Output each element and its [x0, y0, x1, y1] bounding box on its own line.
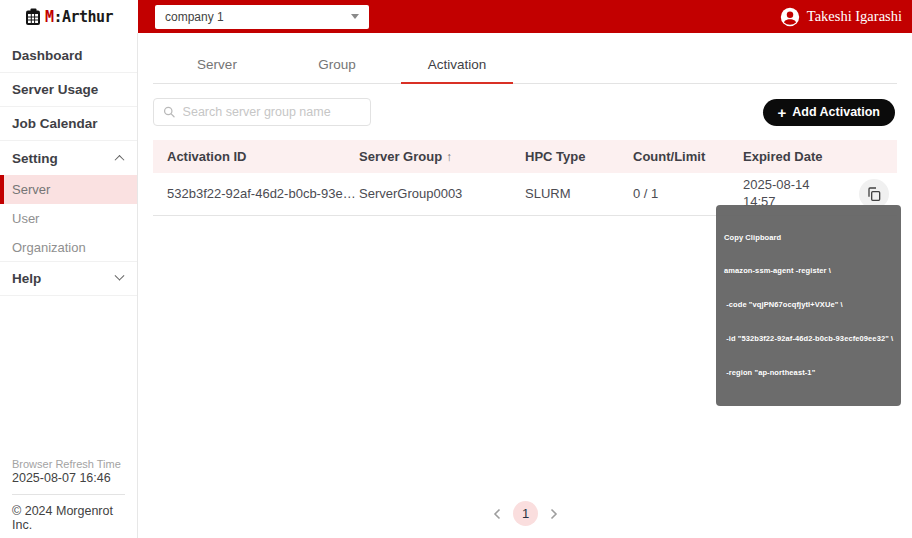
brand-rest: :Arthur	[53, 8, 113, 26]
account-icon	[780, 7, 800, 27]
copyright: © 2024 Morgenrot Inc.	[12, 504, 125, 532]
sort-asc-icon: ↑	[446, 150, 452, 164]
col-expired-date[interactable]: Expired Date	[743, 149, 850, 164]
page-1-button[interactable]: 1	[513, 501, 538, 526]
sidebar-item-label: Job Calendar	[12, 116, 98, 131]
next-page-button[interactable]	[547, 506, 561, 522]
sidebar: Dashboard Server Usage Job Calendar Sett…	[0, 33, 138, 538]
refresh-time-value: 2025-08-07 16:46	[12, 471, 125, 485]
sidebar-item-label: Server Usage	[12, 82, 98, 97]
sidebar-item-label: User	[12, 211, 39, 226]
sidebar-item-label: Dashboard	[12, 48, 83, 63]
table-header-row: Activation ID Server Group↑ HPC Type Cou…	[153, 140, 897, 173]
sidebar-item-label: Organization	[12, 240, 86, 255]
search-icon	[163, 105, 176, 119]
sidebar-item-setting[interactable]: Setting	[0, 141, 137, 175]
col-activation-id[interactable]: Activation ID	[153, 149, 359, 164]
pagination: 1	[139, 501, 912, 526]
app-window: M:Arthur company 1 Takeshi Igarashi Dash…	[0, 0, 912, 538]
cell-count-limit: 0 / 1	[633, 186, 743, 201]
col-server-group[interactable]: Server Group↑	[359, 149, 525, 164]
brand-text: M:Arthur	[45, 8, 113, 26]
sidebar-item-user[interactable]: User	[0, 204, 137, 233]
user-name: Takeshi Igarashi	[807, 8, 902, 25]
expired-date-date: 2025-08-14	[743, 177, 850, 194]
add-activation-label: Add Activation	[792, 105, 880, 119]
col-count-limit[interactable]: Count/Limit	[633, 149, 743, 164]
sidebar-item-server-usage[interactable]: Server Usage	[0, 73, 137, 107]
chevron-left-icon	[492, 508, 502, 520]
sidebar-item-label: Help	[12, 271, 41, 286]
cell-activation-id: 532b3f22-92af-46d2-b0cb-93e…	[153, 186, 359, 201]
copy-tooltip: Copy Clipboard amazon-ssm-agent -registe…	[716, 205, 901, 406]
refresh-time-label: Browser Refresh Time	[12, 458, 125, 470]
tab-bar: Server Group Activation	[153, 48, 897, 84]
clipboard-logo-icon	[25, 8, 42, 26]
tooltip-line: amazon-ssm-agent -register \	[724, 265, 893, 276]
company-select[interactable]: company 1	[155, 5, 369, 29]
tooltip-line: -region "ap-northeast-1"	[724, 367, 893, 378]
search-input[interactable]	[183, 105, 361, 119]
cell-hpc-type: SLURM	[525, 186, 633, 201]
top-header: M:Arthur company 1 Takeshi Igarashi	[0, 0, 912, 33]
company-select-value: company 1	[165, 10, 224, 24]
chevron-down-icon	[115, 271, 125, 281]
add-activation-button[interactable]: + Add Activation	[763, 99, 896, 126]
user-menu[interactable]: Takeshi Igarashi	[780, 7, 902, 27]
footer-divider	[12, 494, 125, 495]
chevron-up-icon	[115, 154, 125, 164]
sidebar-item-server[interactable]: Server	[0, 175, 137, 204]
sidebar-footer: Browser Refresh Time 2025-08-07 16:46 © …	[0, 458, 137, 532]
plus-icon: +	[778, 105, 787, 120]
cell-server-group: ServerGroup0003	[359, 186, 525, 201]
dropdown-caret-icon	[351, 14, 359, 19]
col-server-group-label: Server Group	[359, 149, 442, 164]
sidebar-item-label: Server	[12, 182, 50, 197]
tooltip-line: Copy Clipboard	[724, 232, 893, 243]
sidebar-item-help[interactable]: Help	[0, 262, 137, 296]
toolbar: + Add Activation	[153, 98, 897, 126]
tab-activation[interactable]: Activation	[401, 48, 513, 84]
search-box[interactable]	[153, 98, 371, 126]
sidebar-item-job-calendar[interactable]: Job Calendar	[0, 107, 137, 141]
col-hpc-type[interactable]: HPC Type	[525, 149, 633, 164]
tooltip-line: -id "532b3f22-92af-46d2-b0cb-93ecfe09ee3…	[724, 333, 893, 344]
brand-logo: M:Arthur	[0, 0, 138, 33]
sidebar-item-label: Setting	[12, 151, 58, 166]
tab-server[interactable]: Server	[161, 48, 273, 83]
sidebar-item-organization[interactable]: Organization	[0, 233, 137, 262]
tab-group[interactable]: Group	[281, 48, 393, 83]
chevron-right-icon	[549, 508, 559, 520]
sidebar-item-dashboard[interactable]: Dashboard	[0, 39, 137, 73]
prev-page-button[interactable]	[490, 506, 504, 522]
tooltip-line: -code "vqjPN67ocqfjytl+VXUe" \	[724, 299, 893, 310]
copy-icon	[866, 186, 882, 202]
